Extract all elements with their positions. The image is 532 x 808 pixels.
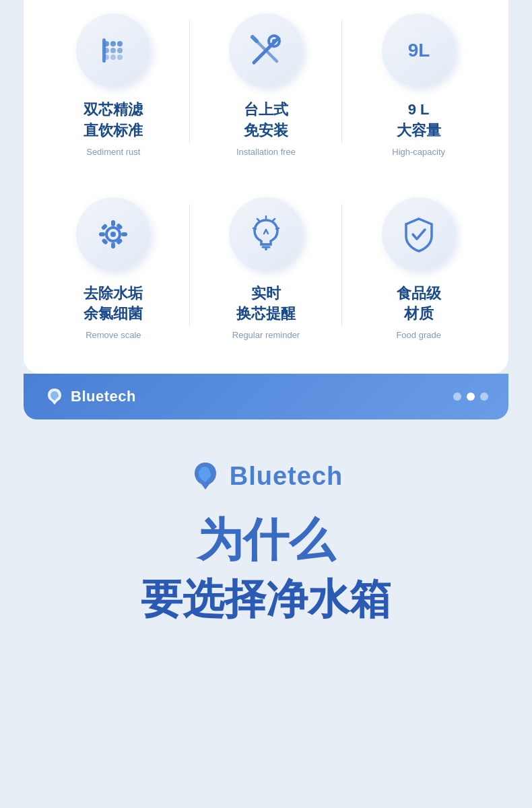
capacity-icon: 9L xyxy=(399,30,439,71)
food-grade-title-en: Food grade xyxy=(396,330,441,340)
brand-logo-large: Bluetech xyxy=(189,460,343,492)
svg-point-7 xyxy=(110,55,116,60)
shield-check-icon xyxy=(398,213,440,255)
wrench-icon xyxy=(246,30,286,71)
page-dots xyxy=(453,393,488,401)
svg-rect-9 xyxy=(102,38,106,63)
svg-point-35 xyxy=(265,248,267,250)
reminder-title-zh: 实时 换芯提醒 xyxy=(236,283,296,325)
svg-point-5 xyxy=(117,48,123,53)
svg-line-31 xyxy=(273,219,275,221)
dot-3 xyxy=(480,393,488,401)
feature-food-grade: 食品级 材质 Food grade xyxy=(342,184,495,347)
logo-text: Bluetech xyxy=(71,388,136,405)
remove-scale-title-zh: 去除水垢 余氯细菌 xyxy=(84,283,143,325)
reminder-title-en: Regular reminder xyxy=(232,330,300,340)
food-grade-icon-circle xyxy=(382,197,456,271)
dual-filter-icon-circle xyxy=(76,13,150,88)
bulb-icon xyxy=(245,213,287,255)
svg-line-33 xyxy=(276,228,279,229)
countertop-title-zh: 台上式 免安装 xyxy=(244,100,288,141)
filter-icon xyxy=(93,30,133,71)
bottom-bar: Bluetech xyxy=(24,374,508,419)
feature-dual-filter: 双芯精滤 直饮标准 Sediment rust xyxy=(37,0,190,164)
food-grade-title-zh: 食品级 材质 xyxy=(397,283,441,325)
brand-logo-icon-large xyxy=(189,460,222,492)
features-row-2: 去除水垢 余氯细菌 Remove scale xyxy=(37,184,495,347)
countertop-icon-circle xyxy=(229,13,303,88)
capacity-title-en: High-capacity xyxy=(392,147,445,157)
dual-filter-title-zh: 双芯精滤 直饮标准 xyxy=(84,100,143,141)
svg-line-32 xyxy=(257,219,259,221)
svg-line-34 xyxy=(253,228,256,229)
dual-filter-title-en: Sediment rust xyxy=(86,147,140,157)
top-card: 双芯精滤 直饮标准 Sediment rust xyxy=(24,0,508,374)
row-divider xyxy=(37,164,495,184)
feature-countertop: 台上式 免安装 Installation free xyxy=(190,0,343,164)
why-title: 为什么 xyxy=(197,512,335,568)
capacity-title-zh: 9 L 大容量 xyxy=(397,100,441,141)
svg-point-8 xyxy=(117,55,123,60)
gear-icon xyxy=(92,213,134,255)
svg-rect-23 xyxy=(121,232,127,236)
remove-scale-icon-circle xyxy=(76,197,150,271)
svg-line-16 xyxy=(253,37,257,41)
svg-point-4 xyxy=(110,48,116,53)
lower-section: Bluetech 为什么 要选择净水箱 xyxy=(0,419,532,651)
svg-text:9L: 9L xyxy=(407,40,430,61)
remove-scale-title-en: Remove scale xyxy=(86,330,141,340)
bluetech-logo: Bluetech xyxy=(44,386,136,407)
dot-1 xyxy=(453,393,461,401)
svg-rect-22 xyxy=(99,232,105,236)
bluetech-logo-icon xyxy=(44,386,65,407)
features-row-1: 双芯精滤 直饮标准 Sediment rust xyxy=(37,0,495,164)
svg-point-19 xyxy=(110,232,116,237)
brand-name: Bluetech xyxy=(230,462,343,491)
svg-point-1 xyxy=(110,41,116,46)
feature-remove-scale: 去除水垢 余氯细菌 Remove scale xyxy=(37,184,190,347)
dot-2 xyxy=(467,393,475,401)
countertop-title-en: Installation free xyxy=(236,147,296,157)
feature-reminder: 实时 换芯提醒 Regular reminder xyxy=(190,184,343,347)
svg-line-14 xyxy=(274,36,279,38)
reminder-icon-circle xyxy=(229,197,303,271)
why-subtitle: 要选择净水箱 xyxy=(141,574,391,624)
feature-capacity: 9L 9 L 大容量 High-capacity xyxy=(342,0,495,164)
svg-point-2 xyxy=(117,41,123,46)
svg-rect-21 xyxy=(111,242,115,248)
svg-rect-20 xyxy=(111,220,115,226)
capacity-icon-circle: 9L xyxy=(382,13,456,88)
svg-point-13 xyxy=(272,39,276,43)
